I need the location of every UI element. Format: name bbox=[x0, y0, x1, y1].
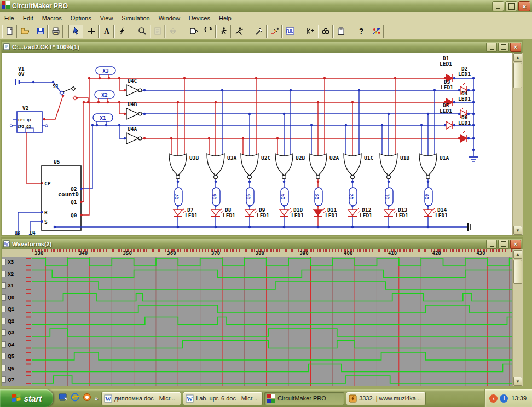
select-tool-icon[interactable] bbox=[68, 25, 83, 38]
junction-tool-icon[interactable] bbox=[84, 25, 99, 38]
waveform-vscrollbar[interactable]: ▲ ▼ bbox=[512, 249, 523, 386]
scroll-down-icon[interactable]: ▼ bbox=[513, 226, 522, 235]
menu-item-window[interactable]: Window bbox=[154, 13, 184, 23]
waveform-scroll-thumb[interactable] bbox=[513, 260, 522, 284]
toolbar-group bbox=[186, 25, 247, 38]
svg-text:CP: CP bbox=[44, 181, 51, 187]
circuit-title: C:...\zad2.CKT* 100%(1) bbox=[12, 44, 79, 50]
trace-tab-X1[interactable] bbox=[2, 282, 6, 289]
trace-label-X2: X2 bbox=[8, 271, 14, 277]
gate-tool-icon[interactable] bbox=[186, 25, 200, 38]
mirror-tool-icon[interactable] bbox=[165, 25, 180, 38]
waveform-titlebar[interactable]: Waveforms(2) × bbox=[2, 239, 522, 249]
trace-Q2 bbox=[32, 317, 512, 325]
svg-text:X3: X3 bbox=[102, 68, 109, 74]
probe-tool-icon[interactable] bbox=[252, 25, 267, 38]
maximize-button[interactable] bbox=[505, 1, 517, 11]
app-title: CircuitMaker PRO bbox=[12, 2, 68, 10]
circuit-minimize-button[interactable] bbox=[486, 43, 497, 52]
waveform-traces bbox=[2, 257, 512, 386]
menu-item-help[interactable]: Help bbox=[215, 13, 236, 23]
trace-tab-Q1[interactable] bbox=[2, 306, 6, 312]
svg-text:U5: U5 bbox=[54, 159, 60, 165]
scroll-up-icon[interactable]: ▲ bbox=[513, 250, 522, 259]
taskbar: start » Wдипломна.doc - Micr...WLab. upr… bbox=[0, 389, 532, 407]
step-sim-tool-icon[interactable] bbox=[216, 25, 231, 38]
toolbar: A? bbox=[0, 24, 532, 39]
trace-tab-Q5[interactable] bbox=[2, 353, 6, 359]
task-button-circuitmaker-pro[interactable]: CircuitMaker PRO bbox=[264, 392, 344, 405]
svg-text:R: R bbox=[44, 210, 48, 216]
quick-launch: » bbox=[53, 393, 101, 404]
scroll-down-icon[interactable]: ▼ bbox=[513, 377, 522, 386]
delete-tool-icon[interactable] bbox=[114, 25, 129, 38]
circuit-vscrollbar[interactable]: ▲ ▼ bbox=[512, 53, 523, 235]
taskbar-clock: 13:39 bbox=[511, 395, 527, 402]
text-tool-icon[interactable]: A bbox=[99, 25, 114, 38]
svg-text:Q2: Q2 bbox=[349, 194, 354, 200]
time-tick-label: 400 bbox=[344, 251, 352, 256]
menu-item-devices[interactable]: Devices bbox=[184, 13, 215, 23]
task-button--doc-micr-[interactable]: Wдипломна.doc - Micr... bbox=[101, 392, 181, 405]
waveforms-tool-icon[interactable] bbox=[282, 25, 297, 38]
task-button-lab-upr-6-doc-micr-[interactable]: WLab. upr. 6.doc - Micr... bbox=[183, 392, 263, 405]
start-button[interactable]: start bbox=[0, 389, 53, 407]
scroll-up-icon[interactable]: ▲ bbox=[513, 53, 522, 62]
quick-launch-overflow-icon[interactable]: » bbox=[95, 395, 98, 402]
print-icon[interactable] bbox=[48, 25, 63, 38]
close-button[interactable]: × bbox=[518, 1, 530, 11]
mixed-signal-tool-icon[interactable] bbox=[369, 25, 384, 38]
waveform-maximize-button[interactable] bbox=[498, 240, 509, 249]
clipboard-tool-icon[interactable] bbox=[333, 25, 348, 38]
trace-tab-Q3[interactable] bbox=[2, 329, 6, 336]
trace-tab-X3[interactable] bbox=[2, 259, 6, 265]
schematic-canvas[interactable]: V10VS1V2CP1 Q1CP2 Q2U5countDCPRSQ2Q1Q0U3… bbox=[2, 53, 512, 235]
open-file-icon[interactable] bbox=[18, 25, 32, 38]
svg-text:Q4: Q4 bbox=[281, 194, 286, 200]
toolbar-group bbox=[2, 25, 63, 38]
run-sim-tool-icon[interactable] bbox=[232, 25, 246, 38]
trace-tab-X2[interactable] bbox=[2, 271, 6, 277]
minimize-button[interactable] bbox=[492, 1, 504, 11]
update-icon[interactable]: ‹ bbox=[489, 394, 498, 403]
trace-tab-Q6[interactable] bbox=[2, 365, 6, 371]
menu-item-edit[interactable]: Edit bbox=[19, 13, 38, 23]
trace-tab-Q7[interactable] bbox=[2, 376, 6, 383]
svg-text:U4C: U4C bbox=[128, 78, 137, 84]
trace-X2 bbox=[32, 270, 512, 278]
task-button-3332-www-muzi4ka-[interactable]: 3332. | www.muzi4ka... bbox=[346, 392, 426, 405]
trace-tab-Q0[interactable] bbox=[2, 294, 6, 301]
time-tick-label: 360 bbox=[167, 251, 176, 256]
rotate-tool-icon[interactable] bbox=[201, 25, 216, 38]
trace-tab-Q2[interactable] bbox=[2, 318, 6, 324]
find-tool-icon[interactable] bbox=[318, 25, 333, 38]
trace-tab-Q4[interactable] bbox=[2, 341, 6, 348]
time-tick-label: 340 bbox=[79, 251, 88, 256]
multi-probe-tool-icon[interactable] bbox=[267, 25, 282, 38]
circuit-close-button[interactable]: × bbox=[510, 43, 521, 52]
show-desktop-icon[interactable] bbox=[59, 393, 67, 404]
menu-item-simulation[interactable]: Simulation bbox=[117, 13, 154, 23]
circuit-titlebar[interactable]: C:...\zad2.CKT* 100%(1) × bbox=[2, 42, 522, 53]
menu-item-view[interactable]: View bbox=[96, 13, 118, 23]
circuit-scroll-thumb[interactable] bbox=[513, 63, 522, 88]
waveform-minimize-button[interactable] bbox=[486, 240, 497, 249]
menu-item-options[interactable]: Options bbox=[66, 13, 96, 23]
svg-text:U3: U3 bbox=[15, 231, 20, 235]
menu-item-file[interactable]: File bbox=[0, 13, 19, 23]
menu-item-macros[interactable]: Macros bbox=[38, 13, 66, 23]
waveform-close-button[interactable]: × bbox=[510, 240, 521, 249]
trim-tool-icon[interactable] bbox=[303, 25, 317, 38]
waveform-plot-area[interactable]: 330340350360370380390400410420430 X3X2X1… bbox=[2, 249, 512, 386]
help-tool-icon[interactable]: ? bbox=[354, 25, 368, 38]
save-file-icon[interactable] bbox=[33, 25, 48, 38]
trace-label-X3: X3 bbox=[8, 259, 14, 265]
paste-tool-icon[interactable] bbox=[150, 25, 165, 38]
trace-label-X1: X1 bbox=[8, 283, 14, 288]
zoom-tool-icon[interactable] bbox=[135, 25, 149, 38]
internet-explorer-icon[interactable] bbox=[71, 393, 79, 404]
new-file-icon[interactable] bbox=[2, 25, 17, 38]
download-manager-icon[interactable] bbox=[83, 393, 91, 404]
info-icon[interactable]: i bbox=[500, 394, 508, 403]
circuit-maximize-button[interactable] bbox=[498, 43, 509, 52]
